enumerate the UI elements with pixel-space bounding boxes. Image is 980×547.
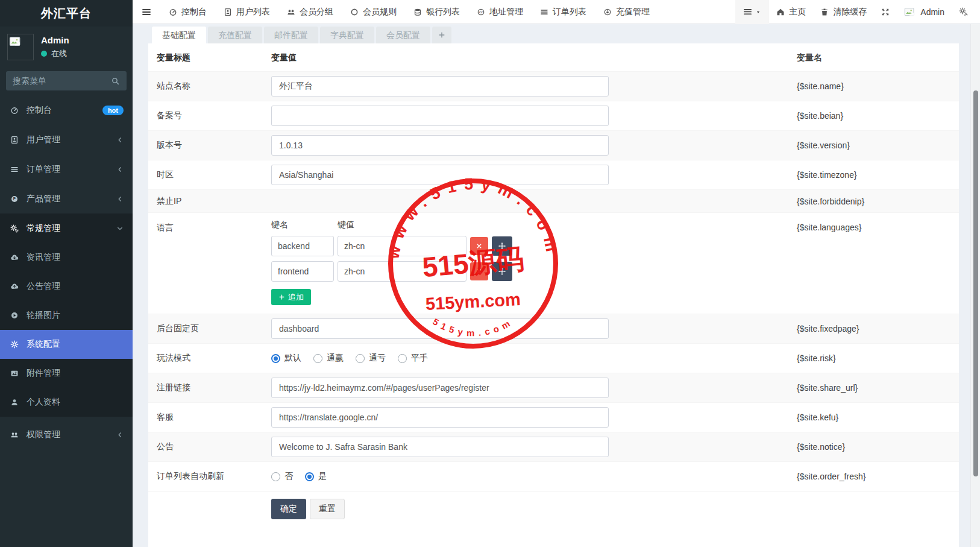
radio-unselected[interactable]	[356, 354, 365, 363]
move-pair-button[interactable]	[492, 262, 512, 281]
header-variable-value: 变量值	[271, 52, 797, 63]
database-icon	[413, 8, 422, 16]
search-icon[interactable]	[111, 77, 120, 86]
list-icon	[9, 165, 20, 174]
input-site-name[interactable]	[271, 76, 609, 96]
radio-option[interactable]: 默认	[271, 353, 301, 364]
expand-icon	[881, 8, 890, 16]
topnav-item-label: 充值管理	[616, 7, 650, 17]
input-site-version[interactable]	[271, 135, 609, 156]
sidebar-search	[6, 71, 127, 90]
input-site-share_url[interactable]	[271, 378, 609, 398]
scrollbar-thumb[interactable]	[973, 90, 978, 476]
sidebar-item-label: 公告管理	[27, 281, 124, 292]
input-site-notice[interactable]	[271, 437, 609, 457]
fullscreen-button[interactable]	[874, 0, 897, 24]
radio-selected[interactable]	[305, 472, 314, 481]
form-actions: 确定 重置	[148, 491, 959, 528]
input-site-beian[interactable]	[271, 106, 609, 126]
scrollbar-track[interactable]	[970, 24, 980, 547]
sidebar-subitem-4-1[interactable]: 公告管理	[0, 272, 133, 301]
user-menu[interactable]: Admin	[897, 0, 952, 24]
sidebar-item-label: 资讯管理	[27, 252, 124, 263]
topnav-item-6[interactable]: 订单列表	[532, 0, 595, 24]
table-row: 玩法模式默认通赢通亏平手{$site.risk}	[148, 343, 959, 373]
radio-option-label: 通亏	[369, 353, 386, 364]
remove-pair-button[interactable]	[470, 237, 488, 255]
kv-key-header: 键名	[271, 220, 338, 230]
row-var-name: {$site.languages}	[797, 213, 959, 232]
sidebar-subitem-4-4[interactable]: 附件管理	[0, 359, 133, 388]
tab-item-0[interactable]: 基础配置	[152, 27, 206, 43]
row-value: 键名键值追加	[271, 213, 797, 314]
list-icon	[540, 8, 548, 16]
sidebar-subitem-4-3[interactable]: 系统配置	[0, 330, 133, 359]
sidebar-subitem-4-2[interactable]: 轮播图片	[0, 301, 133, 330]
radio-unselected[interactable]	[398, 354, 407, 363]
input-site-fixedpage[interactable]	[271, 318, 609, 339]
table-body: 站点名称{$site.name}备案号{$site.beian}版本号{$sit…	[148, 71, 959, 491]
row-value: 否是	[271, 471, 797, 482]
submit-button[interactable]: 确定	[271, 499, 306, 519]
remove-pair-button[interactable]	[470, 262, 488, 280]
clear-cache-link[interactable]: 清除缓存	[813, 0, 874, 24]
topnav-item-0[interactable]: 控制台	[160, 0, 215, 24]
users-icon	[287, 8, 295, 16]
topnav-item-3[interactable]: 会员规则	[342, 0, 405, 24]
radio-option[interactable]: 通赢	[313, 353, 344, 364]
radio-unselected[interactable]	[313, 354, 322, 363]
topnav-item-4[interactable]: 银行列表	[405, 0, 468, 24]
reset-button[interactable]: 重置	[310, 499, 345, 519]
tab-item-2[interactable]: 邮件配置	[264, 27, 318, 43]
sidebar-item-5[interactable]: 权限管理	[0, 420, 133, 449]
search-input[interactable]	[13, 76, 106, 86]
input-site-kefu[interactable]	[271, 407, 609, 428]
address-book-icon	[9, 136, 20, 144]
tab-item-3[interactable]: 字典配置	[320, 27, 374, 43]
topnav-item-5[interactable]: cc地址管理	[468, 0, 532, 24]
kv-pair-row	[271, 236, 512, 256]
settings-button[interactable]	[952, 0, 975, 24]
kv-key-input[interactable]	[271, 236, 334, 256]
sidebar-item-label: 订单管理	[27, 164, 110, 175]
kv-value-input[interactable]	[338, 261, 466, 282]
sidebar-item-label: 用户管理	[27, 134, 110, 145]
add-pair-button[interactable]: 追加	[271, 289, 311, 305]
radio-option[interactable]: 否	[271, 471, 293, 482]
menu-dropdown[interactable]	[735, 0, 769, 24]
sidebar-item-0[interactable]: 控制台hot	[0, 95, 133, 125]
move-pair-button[interactable]	[492, 236, 512, 256]
sidebar-item-1[interactable]: 用户管理	[0, 125, 133, 154]
radio-option[interactable]: 是	[305, 471, 327, 482]
sidebar-item-2[interactable]: 订单管理	[0, 154, 133, 184]
avatar	[7, 34, 34, 60]
topnav-item-7[interactable]: 充值管理	[595, 0, 658, 24]
sidebar-subitem-4-5[interactable]: 个人资料	[0, 388, 133, 417]
row-value	[271, 407, 797, 428]
cloud-download-icon	[9, 253, 20, 262]
header-variable-name: 变量名	[797, 52, 959, 63]
sidebar-subitem-4-0[interactable]: 资讯管理	[0, 243, 133, 272]
sidebar-item-4[interactable]: 常规管理	[0, 213, 133, 243]
topnav-item-1[interactable]: 用户列表	[215, 0, 278, 24]
sidebar-item-3[interactable]: P产品管理	[0, 184, 133, 213]
tab-item-4[interactable]: 会员配置	[376, 27, 430, 43]
online-dot-icon	[41, 51, 47, 57]
input-site-timezone[interactable]	[271, 165, 609, 185]
sidebar-group-4: 常规管理资讯管理公告管理轮播图片系统配置附件管理个人资料	[0, 213, 133, 417]
topnav-item-label: 控制台	[181, 7, 207, 17]
radio-option[interactable]: 平手	[398, 353, 428, 364]
kv-key-input[interactable]	[271, 261, 334, 282]
radio-unselected[interactable]	[271, 472, 280, 481]
row-var-name: {$site.timezone}	[797, 170, 959, 180]
radio-option[interactable]: 通亏	[356, 353, 386, 364]
row-value	[271, 135, 797, 156]
topnav-item-2[interactable]: 会员分组	[278, 0, 342, 24]
tab-add-button[interactable]	[432, 27, 451, 43]
radio-selected[interactable]	[271, 354, 280, 363]
tab-item-1[interactable]: 充值配置	[208, 27, 262, 43]
kv-value-input[interactable]	[338, 236, 466, 256]
table-row: 备案号{$site.beian}	[148, 101, 959, 130]
home-link[interactable]: 主页	[769, 0, 813, 24]
sidebar-toggle[interactable]	[133, 0, 160, 24]
